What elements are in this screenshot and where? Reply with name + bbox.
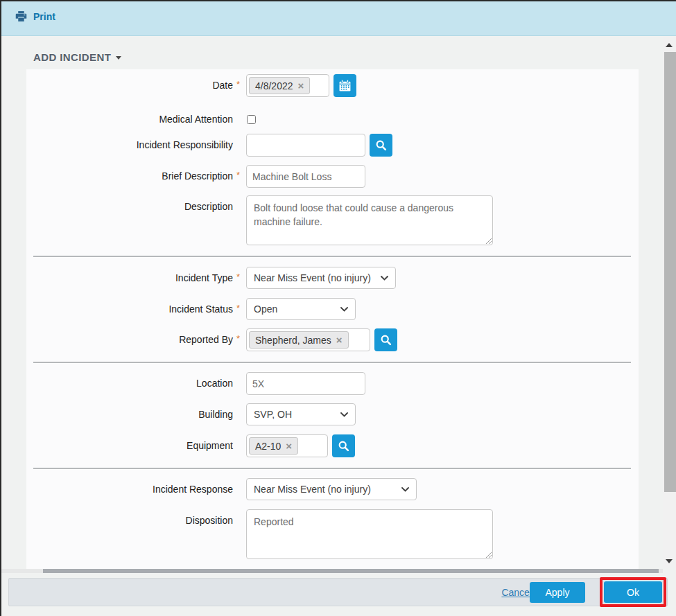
building-row: Building SVP, OH [26,403,356,426]
reported-by-chip-remove-icon[interactable]: × [336,335,343,345]
building-select[interactable]: SVP, OH [246,403,356,425]
section-divider [33,256,631,257]
incident-status-row: Incident Status * Open [26,298,356,321]
medical-attention-row: Medical Attention [26,108,256,131]
description-label: Description [26,195,233,218]
incident-responsibility-search-button[interactable] [370,134,392,157]
scroll-up-icon[interactable] [666,43,673,47]
apply-button[interactable]: Apply [530,582,585,603]
section-divider [33,362,631,363]
ok-button-highlight: Ok [600,577,666,607]
window-border-left [0,0,1,616]
equipment-input[interactable]: A2-10 × [246,434,328,457]
brief-description-row: Brief Description * [26,165,365,188]
incident-responsibility-row: Incident Responsibility [26,134,392,157]
incident-status-label: Incident Status [26,298,233,321]
reported-by-input[interactable]: Shepherd, James × [246,328,370,351]
reported-by-required-mark: * [233,328,246,349]
print-toolbar: Print [1,1,676,36]
form-panel: Date * 4/8/2022 × [26,69,639,569]
date-row: Date * 4/8/2022 × [26,74,356,97]
page-title-text: ADD INCIDENT [33,51,111,63]
date-chip: 4/8/2022 × [249,77,310,94]
brief-description-input[interactable] [246,165,365,188]
date-chip-remove-icon[interactable]: × [298,80,304,91]
description-row: Description [26,195,493,245]
calendar-icon [338,79,352,92]
scroll-down-icon[interactable] [666,559,673,563]
date-picker-button[interactable] [333,74,356,97]
chevron-down-icon [381,276,388,281]
horizontal-scrollbar[interactable] [1,569,663,573]
brief-description-label: Brief Description [26,165,233,188]
location-label: Location [26,372,233,395]
incident-responsibility-label: Incident Responsibility [26,134,233,157]
horizontal-scrollbar-thumb[interactable] [43,569,659,573]
footer-bar: Cancel Apply Ok [8,578,668,606]
incident-response-label: Incident Response [26,478,233,501]
incident-type-select[interactable]: Near Miss Event (no injury) [246,267,396,289]
search-icon [338,440,349,452]
caret-down-icon [116,56,121,60]
reported-by-chip: Shepherd, James × [249,331,349,349]
window-border-top [0,0,676,1]
date-required-mark: * [233,74,246,95]
medical-attention-checkbox[interactable] [247,115,256,124]
equipment-search-button[interactable] [332,434,355,457]
ok-button[interactable]: Ok [604,581,662,603]
disposition-textarea[interactable] [246,509,493,559]
printer-icon [15,10,27,22]
chevron-down-icon [401,487,409,492]
incident-window: Print ADD INCIDENT Date * 4/8/2022 × [0,0,676,616]
incident-type-label: Incident Type [26,267,233,290]
incident-responsibility-input[interactable] [246,134,365,157]
search-icon [375,139,387,151]
incident-type-required-mark: * [233,267,246,288]
section-divider [33,468,631,469]
incident-response-row: Incident Response Near Miss Event (no in… [26,478,417,501]
date-input[interactable]: 4/8/2022 × [246,74,329,97]
incident-type-row: Incident Type * Near Miss Event (no inju… [26,267,396,290]
search-icon [380,334,392,346]
reported-by-search-button[interactable] [374,328,397,351]
vertical-scrollbar[interactable] [663,37,676,568]
disposition-label: Disposition [26,509,233,532]
location-row: Location [26,372,365,395]
equipment-label: Equipment [26,434,233,457]
page-title[interactable]: ADD INCIDENT [33,51,121,63]
equipment-row: Equipment A2-10 × [26,434,355,457]
brief-description-required-mark: * [233,165,246,186]
print-button[interactable]: Print [15,10,55,22]
incident-status-select[interactable]: Open [246,298,356,320]
building-label: Building [26,403,233,426]
medical-attention-label: Medical Attention [26,108,233,131]
reported-by-label: Reported By [26,328,233,351]
incident-status-required-mark: * [233,298,246,319]
print-label: Print [33,11,55,22]
description-textarea[interactable] [246,195,493,245]
chevron-down-icon [340,307,348,312]
incident-response-select[interactable]: Near Miss Event (no injury) [246,478,417,500]
chevron-down-icon [340,412,348,417]
equipment-chip-remove-icon[interactable]: × [286,441,292,451]
disposition-row: Disposition [26,509,493,559]
equipment-chip: A2-10 × [249,437,298,455]
cancel-link[interactable]: Cancel [501,587,532,598]
vertical-scrollbar-thumb[interactable] [664,52,676,492]
date-label: Date [26,74,233,97]
reported-by-row: Reported By * Shepherd, James × [26,328,397,351]
location-input[interactable] [246,372,365,395]
